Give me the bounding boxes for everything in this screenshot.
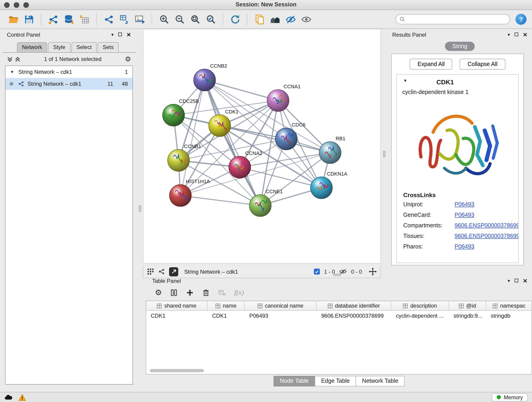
network-tools-button[interactable] (101, 12, 116, 27)
panel-close-icon[interactable]: ✕ (523, 278, 527, 284)
search-input[interactable] (408, 17, 506, 22)
zoom-selected-button[interactable] (203, 12, 219, 27)
search-box[interactable] (395, 14, 510, 24)
add-column-icon[interactable] (186, 288, 194, 296)
network-node-ccnb1[interactable] (168, 149, 190, 172)
collapse-card-icon[interactable]: ▼ (403, 78, 407, 83)
table-tab-bar: Node TableEdge TableNetwork Table (146, 376, 532, 386)
column-header-canonical-name[interactable]: canonical name (245, 301, 317, 310)
column-header-namespac[interactable]: namespac (486, 301, 532, 310)
protein-structure-image (413, 101, 502, 186)
network-table-button[interactable] (116, 12, 132, 27)
tab-style[interactable]: Style (48, 42, 70, 52)
tree-expanded-icon[interactable]: ▼ (10, 70, 15, 74)
hide-elements-icon (285, 14, 296, 25)
table-cell[interactable]: CDK1 (146, 311, 208, 321)
import-network-file-button[interactable] (45, 12, 61, 27)
pan-crosshair-icon[interactable] (369, 268, 377, 275)
open-session-button[interactable] (6, 12, 21, 27)
crosslink-value-link[interactable]: 9606.ENSP00000378699 (455, 233, 519, 239)
table-cell[interactable]: cyclin-dependent ... (391, 311, 449, 321)
panel-float-icon[interactable] (118, 32, 122, 37)
network-edge[interactable] (205, 80, 260, 206)
collapse-all-icon[interactable] (7, 56, 13, 62)
network-canvas[interactable]: CCNB2CCNA1CDC25BCDK1CDC6RB1CCNB1CCNA2CDK… (143, 29, 381, 264)
splitter-handle-right[interactable] (383, 151, 385, 157)
refresh-layout-button[interactable] (227, 12, 243, 27)
panel-menu-icon[interactable]: ▾ (508, 279, 510, 283)
hide-elements-button[interactable] (283, 12, 298, 27)
zoom-out-button[interactable] (172, 12, 187, 27)
table-row[interactable]: CDK1CDK1P064939606.ENSP00000378699cyclin… (146, 311, 532, 321)
table-cell[interactable]: CDK1 (208, 311, 245, 321)
crosslink-value-link[interactable]: P06493 (455, 212, 519, 218)
column-header-description[interactable]: description (391, 301, 449, 310)
network-edge[interactable] (180, 80, 205, 196)
column-header-database-identifier[interactable]: database identifier (317, 301, 391, 310)
memory-button[interactable]: Memory (492, 393, 528, 401)
tab-network-table[interactable]: Network Table (355, 376, 405, 386)
gene-card-header[interactable]: ▼ CDK1 (397, 75, 518, 89)
save-session-button[interactable] (21, 12, 37, 27)
panel-close-icon[interactable]: ✕ (127, 32, 131, 38)
share-network-icon[interactable] (158, 268, 165, 275)
expand-all-icon[interactable] (15, 56, 21, 62)
birdseye-home-button[interactable] (267, 12, 283, 27)
crosslink-value-link[interactable]: P06493 (455, 243, 519, 250)
selected-checkbox-icon[interactable] (314, 269, 320, 274)
network-collection-row[interactable]: ▼ String Network – cdk1 1 (6, 66, 133, 78)
zoom-fit-button[interactable] (187, 12, 203, 27)
import-table-file-button[interactable] (76, 12, 92, 27)
table-cell[interactable]: stringdb:9... (449, 311, 486, 321)
tab-network[interactable]: Network (17, 42, 47, 52)
table-cell[interactable]: 9606.ENSP00000378699 (317, 311, 391, 321)
expand-all-button[interactable]: Expand All (410, 59, 452, 70)
collection-count: 1 (125, 69, 128, 75)
column-header-shared-name[interactable]: shared name (146, 301, 208, 310)
column-header--id[interactable]: @id (449, 301, 486, 310)
birdseye-grid-icon[interactable] (147, 268, 154, 275)
network-row-selected[interactable]: String Network – cdk1 11 48 (6, 78, 133, 90)
network-node-ccnb2[interactable] (194, 69, 215, 91)
splitter-handle-bottom[interactable] (334, 274, 341, 276)
horizontal-scrollbar[interactable] (150, 369, 204, 372)
import-network-database-button[interactable] (61, 12, 76, 27)
apply-function-icon[interactable]: f(x) (234, 288, 244, 296)
open-in-new-window-button[interactable] (169, 267, 178, 276)
table-settings-gear-icon[interactable]: ⚙ (155, 288, 162, 296)
network-edge[interactable] (180, 196, 260, 206)
network-options-gear-icon[interactable]: ⚙ (125, 56, 131, 63)
table-cell[interactable]: P06493 (245, 311, 317, 321)
image-annotation-button[interactable] (132, 12, 147, 27)
tab-edge-table[interactable]: Edge Table (315, 376, 356, 386)
string-tab-badge[interactable]: String (445, 42, 475, 51)
crosslink-value-link[interactable]: P06493 (455, 201, 519, 208)
network-node-rb1[interactable] (319, 142, 341, 164)
network-node-ccne1[interactable] (249, 195, 271, 217)
tab-node-table[interactable]: Node Table (273, 376, 315, 386)
network-node-cdc6[interactable] (275, 128, 298, 150)
cloud-icon[interactable] (4, 394, 13, 400)
panel-menu-icon[interactable]: ▾ (111, 32, 114, 37)
column-header-name[interactable]: name (208, 301, 245, 310)
tab-select[interactable]: Select (71, 42, 97, 52)
table-cell[interactable]: stringdb (486, 311, 532, 321)
panel-close-icon[interactable]: ✕ (523, 32, 527, 38)
panel-float-icon[interactable] (515, 32, 518, 37)
help-button[interactable]: ? (515, 14, 526, 25)
show-elements-icon (301, 14, 311, 25)
collapse-all-button[interactable]: Collapse All (460, 59, 505, 70)
delete-table-icon[interactable] (218, 288, 226, 296)
delete-column-trash-icon[interactable] (202, 288, 210, 296)
zoom-in-button[interactable] (156, 12, 172, 27)
column-type-icon (459, 303, 464, 308)
panel-float-icon[interactable] (515, 279, 518, 283)
warning-icon[interactable] (18, 394, 26, 401)
panel-menu-icon[interactable]: ▾ (508, 32, 510, 37)
show-elements-button[interactable] (298, 12, 314, 27)
tab-sets[interactable]: Sets (98, 42, 119, 52)
splitter-handle-left[interactable] (139, 205, 141, 212)
duplicate-page-button[interactable] (252, 12, 267, 27)
show-columns-icon[interactable] (170, 288, 178, 296)
crosslink-value-link[interactable]: 9606.ENSP00000378699 (455, 222, 519, 229)
